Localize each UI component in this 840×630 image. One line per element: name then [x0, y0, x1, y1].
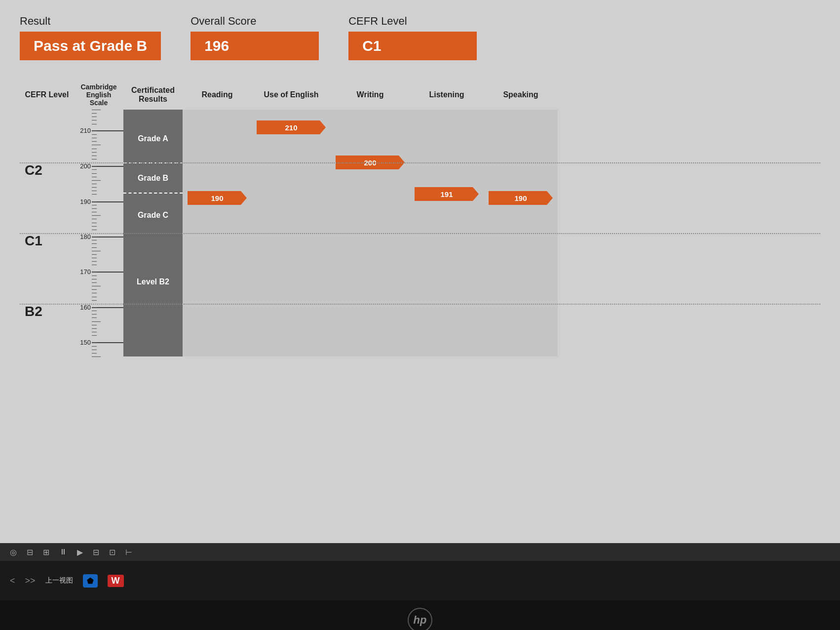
- ruler-mark-210: 210: [74, 127, 123, 134]
- bottom-bar: hp: [0, 600, 840, 630]
- cefr-block: CEFR Level C1: [348, 15, 477, 60]
- writing-col-body: 200: [331, 110, 410, 356]
- app-icon-1[interactable]: ⬟: [83, 574, 98, 588]
- status-bar: ◎ ⊟ ⊞ ⏸ ▶ ⊟ ⊡ ⊢: [0, 543, 840, 561]
- cefr-label-c1: C1: [25, 233, 42, 249]
- scale-col: Cambridge English Scale // Generated by …: [74, 80, 123, 356]
- uoe-col-body: 210: [252, 110, 331, 356]
- speaking-col-header: Speaking: [484, 80, 558, 110]
- writing-score-arrow: 200: [336, 156, 405, 169]
- overall-block: Overall Score 196: [191, 15, 319, 60]
- taskbar: < >> 上一视图 ⬟ W: [0, 561, 840, 600]
- cefr-label-c2: C2: [25, 162, 42, 178]
- overall-label: Overall Score: [191, 15, 319, 28]
- listening-col: Listening 191: [410, 80, 484, 356]
- eye-icon: ◎: [10, 548, 17, 557]
- uoe-col: Use of English 210: [252, 80, 331, 356]
- writing-col-header: Writing: [331, 80, 410, 110]
- grade-c-label: Grade C: [123, 211, 183, 220]
- nav-left-icon[interactable]: <: [10, 576, 15, 586]
- speaking-col-body: 190: [484, 110, 558, 356]
- uoe-score-arrow: 210: [257, 120, 326, 134]
- ruler-mark-190: 190: [74, 198, 123, 205]
- cert-col-header: Certificated Results: [123, 80, 183, 110]
- ruler-mark-160: 160: [74, 304, 123, 311]
- cefr-col: CEFR Level C2 C1 B2: [20, 80, 74, 356]
- box3-icon: ⊢: [125, 548, 132, 557]
- uoe-col-header: Use of English: [252, 80, 331, 110]
- listening-score-arrow: 191: [415, 187, 479, 201]
- result-label: Result: [20, 15, 161, 28]
- grade-b-label: Grade B: [123, 174, 183, 183]
- cefr-header-label: CEFR Level: [348, 15, 477, 28]
- speaking-score-arrow: 190: [489, 191, 553, 205]
- box2-icon: ⊡: [109, 548, 115, 557]
- overall-value: 196: [191, 32, 319, 60]
- cefr-header-value: C1: [348, 32, 477, 60]
- nav-right-icon[interactable]: >>: [25, 576, 36, 586]
- cefr-col-body: C2 C1 B2: [20, 110, 74, 356]
- reading-col: Reading 190: [183, 80, 252, 356]
- layout-icon: ⊟: [27, 548, 33, 557]
- ruler-body: // Generated by template script below 21…: [74, 110, 123, 356]
- level-b2-label: Level B2: [123, 277, 183, 286]
- grade-a-label: Grade A: [123, 134, 183, 143]
- grid-icon: ⊞: [43, 548, 49, 557]
- writing-col: Writing 200: [331, 80, 410, 356]
- result-value: Pass at Grade B: [20, 32, 161, 60]
- play-icon: ▶: [77, 548, 83, 557]
- prev-view-label: 上一视图: [45, 576, 73, 585]
- hp-logo: hp: [408, 608, 432, 630]
- ruler-mark-180: 180: [74, 233, 123, 240]
- main-screen: Result Pass at Grade B Overall Score 196…: [0, 0, 840, 543]
- pause-icon: ⏸: [59, 548, 67, 556]
- listening-col-header: Listening: [410, 80, 484, 110]
- cefr-label-b2: B2: [25, 304, 42, 319]
- scale-col-header: Cambridge English Scale: [74, 80, 123, 110]
- box1-icon: ⊟: [93, 548, 99, 557]
- ruler-mark-170: 170: [74, 268, 123, 276]
- speaking-col: Speaking 190: [484, 80, 558, 356]
- cert-col-body: Grade A Grade B Grade C Level B2: [123, 110, 183, 356]
- reading-col-body: 190: [183, 110, 252, 356]
- result-block: Result Pass at Grade B: [20, 15, 161, 60]
- cert-col: Certificated Results Grade A Grade B Gra…: [123, 80, 183, 356]
- ruler-mark-200: 200: [74, 162, 123, 170]
- ruler-mark-150: 150: [74, 339, 123, 346]
- summary-row: Result Pass at Grade B Overall Score 196…: [20, 15, 820, 60]
- chart-wrapper: CEFR Level C2 C1 B2 Cambridge English Sc…: [20, 80, 820, 356]
- reading-score-arrow: 190: [188, 191, 247, 205]
- reading-col-header: Reading: [183, 80, 252, 110]
- cefr-col-header: CEFR Level: [20, 80, 74, 110]
- app-icon-w[interactable]: W: [108, 575, 124, 587]
- listening-col-body: 191: [410, 110, 484, 356]
